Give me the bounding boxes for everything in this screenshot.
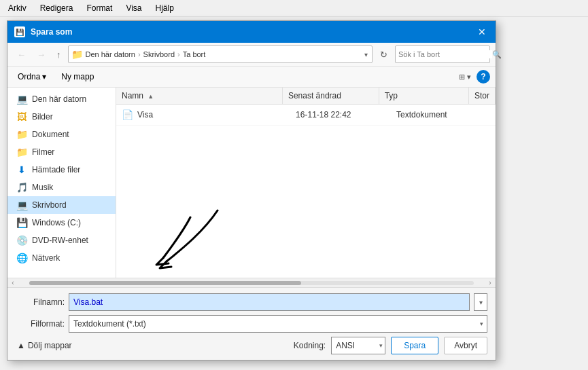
- natverk-icon: 🌐: [16, 253, 28, 263]
- sidebar-item-pc[interactable]: 💻 Den här datorn: [7, 90, 116, 108]
- file-toolbar: Ordna ▾ Ny mapp ⊞ ▾ ?: [7, 67, 496, 88]
- sidebar-label-dokument: Dokument: [32, 130, 69, 139]
- sidebar-item-skrivbord[interactable]: 💻 Skrivbord: [7, 196, 116, 214]
- file-size-cell: [485, 113, 496, 117]
- hscroll-right-btn[interactable]: ›: [485, 279, 496, 286]
- file-list-header: Namn ▲ Senast ändrad Typ Stor: [116, 88, 496, 105]
- back-button[interactable]: ←: [13, 47, 30, 62]
- ny-mapp-button[interactable]: Ny mapp: [55, 69, 100, 84]
- sidebar-item-natverk[interactable]: 🌐 Nätverk: [7, 249, 116, 267]
- col-name-header[interactable]: Namn ▲: [116, 88, 283, 104]
- sidebar-label-hamtade: Hämtade filer: [32, 165, 80, 174]
- hamtade-icon: ⬇: [16, 164, 28, 175]
- menubar: Arkiv Redigera Format Visa Hjälp: [0, 0, 588, 17]
- avbryt-button[interactable]: Avbryt: [444, 337, 487, 354]
- sidebar-item-dvd[interactable]: 💿 DVD-RW-enhet: [7, 232, 116, 249]
- sidebar-label-skrivbord: Skrivbord: [32, 200, 67, 210]
- breadcrumb-pc[interactable]: Den här datorn: [86, 50, 135, 58]
- footer-left: ▲ Dölj mappar: [16, 339, 73, 352]
- hscroll-left-btn[interactable]: ‹: [7, 279, 18, 286]
- file-name: Visa: [137, 110, 153, 119]
- sidebar-item-hamtade[interactable]: ⬇ Hämtade filer: [7, 161, 116, 179]
- sidebar-item-musik[interactable]: 🎵 Musik: [7, 179, 116, 196]
- dialog-title: Spara som: [31, 27, 72, 37]
- menu-hjalp[interactable]: Hjälp: [153, 2, 177, 14]
- file-date-cell: 16-11-18 22:42: [290, 108, 391, 122]
- close-button[interactable]: ✕: [475, 27, 489, 37]
- dvd-icon: 💿: [16, 235, 28, 246]
- kodning-select[interactable]: ANSI UTF-8 UTF-16 Unicode: [331, 337, 385, 354]
- skrivbord-icon: 💻: [16, 200, 28, 210]
- kodning-select-wrapper: ANSI UTF-8 UTF-16 Unicode ▾: [331, 337, 385, 354]
- filformat-select[interactable]: Textdokument (*.txt) Alla filer (*.*) Un…: [69, 315, 487, 333]
- sidebar-label-pc: Den här datorn: [32, 94, 86, 104]
- navigation-toolbar: ← → ↑ 📁 Den här datorn › Skrivbord › Ta …: [7, 43, 496, 67]
- sidebar-label-windows: Windows (C:): [32, 218, 81, 227]
- dokument-icon: 📁: [16, 129, 28, 140]
- kodning-label: Kodning:: [294, 341, 326, 350]
- sort-arrow-name: ▲: [148, 93, 154, 100]
- hide-folders-chevron: ▲: [17, 341, 25, 350]
- bilder-icon: 🖼: [16, 111, 28, 122]
- menu-visa[interactable]: Visa: [123, 2, 144, 14]
- sidebar-label-bilder: Bilder: [32, 112, 53, 122]
- help-button[interactable]: ?: [477, 70, 490, 84]
- col-size-header[interactable]: Stor: [469, 88, 496, 104]
- musik-icon: 🎵: [16, 182, 28, 193]
- refresh-button[interactable]: ↻: [375, 47, 392, 62]
- sidebar: 💻 Den här datorn 🖼 Bilder 📁 Dokument 📁 F…: [7, 88, 116, 278]
- breadcrumb-sep-1: ›: [138, 50, 141, 58]
- menu-arkiv[interactable]: Arkiv: [5, 2, 29, 14]
- search-icon: 🔍: [492, 50, 502, 59]
- spara-button[interactable]: Spara: [391, 337, 438, 354]
- view-toggle-button[interactable]: ⊞ ▾: [455, 70, 475, 84]
- title-bar-left: 💾 Spara som: [14, 26, 72, 37]
- breadcrumb-folder[interactable]: Ta bort: [183, 50, 206, 58]
- filformat-select-wrapper: Textdokument (*.txt) Alla filer (*.*) Un…: [69, 315, 487, 333]
- filename-row: Filnamn: ▾: [16, 293, 487, 311]
- dialog-icon: 💾: [14, 26, 25, 37]
- bottom-form: Filnamn: ▾ Filformat: Textdokument (*.tx…: [7, 287, 496, 360]
- sidebar-item-windows[interactable]: 💾 Windows (C:): [7, 214, 116, 232]
- forward-button[interactable]: →: [33, 47, 50, 62]
- table-row[interactable]: 📄 Visa 16-11-18 22:42 Textdokument: [116, 105, 496, 126]
- menu-redigera[interactable]: Redigera: [37, 2, 76, 14]
- horizontal-scrollbar[interactable]: ‹ ›: [7, 278, 496, 287]
- ordna-dropdown-icon: ▾: [42, 72, 46, 81]
- filename-input[interactable]: [69, 293, 470, 311]
- file-type-cell: Textdokument: [391, 108, 485, 122]
- col-type-header[interactable]: Typ: [379, 88, 469, 104]
- sidebar-label-filmer: Filmer: [32, 147, 54, 157]
- file-name-cell: 📄 Visa: [116, 107, 290, 122]
- breadcrumb-folder-icon: 📁: [71, 49, 83, 60]
- hide-folders-button[interactable]: ▲ Dölj mappar: [16, 339, 73, 352]
- hscroll-thumb[interactable]: [29, 281, 301, 285]
- breadcrumb-dropdown-button[interactable]: ▾: [363, 50, 369, 60]
- sidebar-label-natverk: Nätverk: [32, 253, 60, 263]
- sidebar-item-filmer[interactable]: 📁 Filmer: [7, 143, 116, 161]
- breadcrumb[interactable]: 📁 Den här datorn › Skrivbord › Ta bort ▾: [68, 45, 373, 63]
- sidebar-item-bilder[interactable]: 🖼 Bilder: [7, 108, 116, 126]
- filename-dropdown-btn[interactable]: ▾: [474, 293, 487, 311]
- file-icon: 📄: [122, 109, 133, 120]
- breadcrumb-desktop[interactable]: Skrivbord: [143, 50, 175, 58]
- hide-folders-label: Dölj mappar: [28, 341, 72, 350]
- up-button[interactable]: ↑: [52, 47, 65, 62]
- windows-icon: 💾: [16, 217, 28, 228]
- hscroll-track: [29, 281, 474, 285]
- sidebar-label-musik: Musik: [32, 183, 53, 192]
- breadcrumb-sep-2: ›: [177, 50, 180, 58]
- pc-icon: 💻: [16, 94, 28, 105]
- footer-right: Kodning: ANSI UTF-8 UTF-16 Unicode ▾ Spa…: [294, 337, 487, 354]
- search-input[interactable]: [398, 50, 492, 58]
- footer-row: ▲ Dölj mappar Kodning: ANSI UTF-8 UTF-16…: [16, 337, 487, 354]
- file-list: Namn ▲ Senast ändrad Typ Stor 📄 Visa: [116, 88, 496, 278]
- col-date-header[interactable]: Senast ändrad: [283, 88, 379, 104]
- sidebar-label-dvd: DVD-RW-enhet: [32, 236, 88, 245]
- filformat-row: Filformat: Textdokument (*.txt) Alla fil…: [16, 315, 487, 333]
- sidebar-item-dokument[interactable]: 📁 Dokument: [7, 126, 116, 143]
- menu-format[interactable]: Format: [84, 2, 115, 14]
- ordna-button[interactable]: Ordna ▾: [13, 69, 51, 84]
- ordna-label: Ordna: [18, 72, 40, 81]
- filename-label: Filnamn:: [16, 297, 65, 307]
